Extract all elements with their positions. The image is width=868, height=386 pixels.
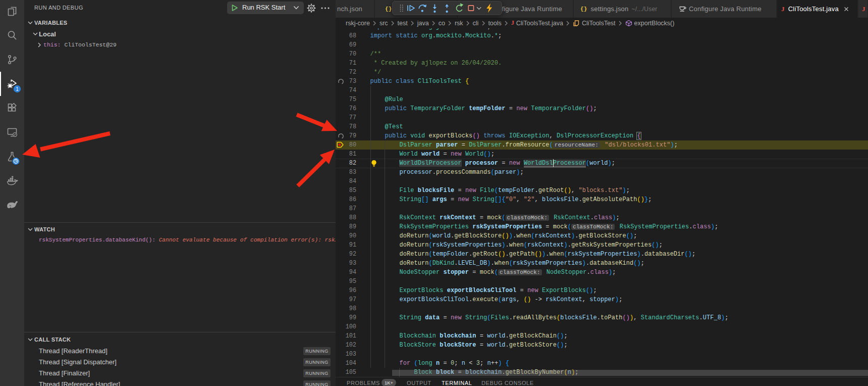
svg-text:1: 1 (16, 86, 19, 92)
